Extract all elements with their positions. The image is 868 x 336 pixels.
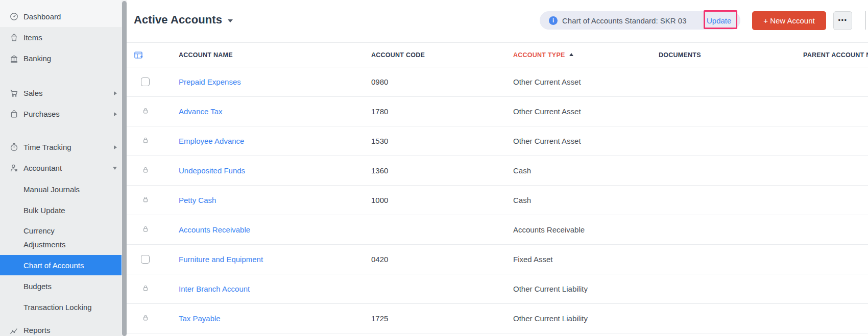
- table-row: Inter Branch AccountOther Current Liabil…: [127, 274, 868, 304]
- sidebar-item-budgets[interactable]: Budgets: [0, 275, 122, 297]
- sidebar: DashboardItemsBankingSalesPurchasesTime …: [0, 0, 122, 336]
- items-icon: [9, 33, 19, 42]
- chevron-down-icon: [113, 167, 117, 170]
- account-code: 1360: [371, 156, 388, 185]
- column-header-documents[interactable]: DOCUMENTS: [659, 43, 701, 67]
- account-code: 1000: [371, 186, 388, 215]
- sidebar-top-strip: [0, 0, 122, 6]
- account-type: Cash: [513, 156, 531, 185]
- accountant-icon: [9, 163, 19, 173]
- sidebar-item-accountant[interactable]: Accountant: [0, 158, 122, 178]
- account-type: Other Current Asset: [513, 67, 581, 96]
- table-row: Advance Tax1780Other Current Asset: [127, 97, 868, 126]
- column-header-parent-account[interactable]: PARENT ACCOUNT NAME: [803, 43, 868, 67]
- sidebar-item-items[interactable]: Items: [0, 27, 122, 48]
- sidebar-scrollbar: [122, 0, 127, 336]
- reports-icon: [9, 326, 19, 335]
- table-row: Tax Payable1725Other Current Liability: [127, 304, 868, 333]
- coa-standard-notice: i Chart of Accounts Standard: SKR 03 Upd…: [540, 11, 740, 30]
- account-type: Accounts Receivable: [513, 215, 585, 244]
- lock-icon: [141, 106, 150, 117]
- account-name-link[interactable]: Employee Advance: [179, 126, 244, 156]
- sidebar-group-gap: [0, 69, 122, 83]
- account-name-link[interactable]: Undeposited Funds: [179, 156, 245, 185]
- table-header: ACCOUNT NAME ACCOUNT CODE ACCOUNT TYPE D…: [127, 42, 868, 67]
- new-account-button[interactable]: + New Account: [752, 11, 826, 30]
- account-name-link[interactable]: Inter Branch Account: [179, 274, 250, 303]
- account-type: Other Current Asset: [513, 97, 581, 126]
- account-code: 0420: [371, 245, 388, 274]
- account-code: 0980: [371, 67, 388, 96]
- page-title-dropdown[interactable]: Active Accounts: [134, 13, 233, 27]
- account-name-link[interactable]: Advance Tax: [179, 97, 223, 126]
- main-content: Active Accounts i Chart of Accounts Stan…: [127, 0, 868, 336]
- chevron-right-icon: [114, 112, 117, 116]
- sidebar-item-bulk-update[interactable]: Bulk Update: [0, 200, 122, 220]
- account-name-link[interactable]: Tax Payable: [179, 304, 221, 333]
- notice-text: Chart of Accounts Standard: SKR 03: [562, 16, 686, 25]
- account-type: Other Current Asset: [513, 126, 581, 156]
- table-row: Prepaid Expenses0980Other Current Asset: [127, 67, 868, 97]
- accounts-table: Prepaid Expenses0980Other Current AssetA…: [127, 67, 868, 333]
- banking-icon: [9, 54, 19, 64]
- lock-icon: [141, 313, 150, 324]
- lock-icon: [141, 283, 150, 294]
- update-link[interactable]: Update: [707, 16, 731, 25]
- lock-icon: [141, 224, 150, 235]
- sidebar-item-banking[interactable]: Banking: [0, 48, 122, 69]
- sidebar-item-purchases[interactable]: Purchases: [0, 104, 122, 124]
- table-row: Employee Advance1530Other Current Asset: [127, 126, 868, 156]
- row-checkbox[interactable]: [141, 77, 150, 86]
- lock-icon: [141, 195, 150, 205]
- dashboard-icon: [9, 12, 19, 21]
- chart-of-accounts-page: DashboardItemsBankingSalesPurchasesTime …: [0, 0, 868, 336]
- more-options-button[interactable]: •••: [833, 11, 852, 30]
- customize-columns-icon[interactable]: [133, 50, 143, 60]
- sidebar-item-reports[interactable]: Reports: [0, 320, 122, 336]
- account-type: Fixed Asset: [513, 245, 553, 274]
- sidebar-scrollbar-thumb[interactable]: [122, 1, 127, 336]
- sidebar-group-gap: [0, 124, 122, 137]
- account-type: Cash: [513, 186, 531, 215]
- account-name-link[interactable]: Accounts Receivable: [179, 215, 250, 244]
- column-header-account-code[interactable]: ACCOUNT CODE: [371, 43, 425, 67]
- sort-asc-icon: [569, 53, 573, 56]
- column-header-account-type[interactable]: ACCOUNT TYPE: [513, 43, 573, 67]
- account-name-link[interactable]: Prepaid Expenses: [179, 67, 241, 96]
- account-name-link[interactable]: Furniture and Equipment: [179, 245, 263, 274]
- time-tracking-icon: [9, 142, 19, 152]
- sidebar-item-transaction-locking[interactable]: Transaction Locking: [0, 297, 122, 317]
- table-row: Furniture and Equipment0420Fixed Asset: [127, 245, 868, 274]
- sidebar-item-time-tracking[interactable]: Time Tracking: [0, 137, 122, 158]
- account-code: 1725: [371, 304, 388, 333]
- row-checkbox[interactable]: [141, 255, 150, 264]
- page-title: Active Accounts: [134, 13, 222, 27]
- sales-icon: [9, 88, 19, 98]
- sidebar-item-currency-adjustments[interactable]: Currency Adjustments: [0, 220, 122, 255]
- sidebar-item-dashboard[interactable]: Dashboard: [0, 6, 122, 27]
- sidebar-item-chart-of-accounts[interactable]: Chart of Accounts: [0, 255, 122, 275]
- lock-icon: [141, 165, 150, 176]
- chevron-right-icon: [114, 145, 117, 149]
- sidebar-item-manual-journals[interactable]: Manual Journals: [0, 178, 122, 200]
- lock-icon: [141, 136, 150, 146]
- column-header-account-name[interactable]: ACCOUNT NAME: [179, 43, 233, 67]
- sidebar-item-sales[interactable]: Sales: [0, 83, 122, 104]
- account-type: Other Current Liability: [513, 304, 588, 333]
- chevron-right-icon: [114, 91, 117, 95]
- account-name-link[interactable]: Petty Cash: [179, 186, 216, 215]
- table-row: Petty Cash1000Cash: [127, 186, 868, 215]
- purchases-icon: [9, 109, 19, 119]
- info-icon: i: [549, 16, 558, 25]
- table-row: Accounts ReceivableAccounts Receivable: [127, 215, 868, 245]
- account-type: Other Current Liability: [513, 274, 588, 303]
- toolbar-edge-divider: [865, 11, 866, 30]
- table-row: Undeposited Funds1360Cash: [127, 156, 868, 186]
- chevron-down-icon: [228, 19, 233, 22]
- account-code: 1530: [371, 126, 388, 156]
- account-code: 1780: [371, 97, 388, 126]
